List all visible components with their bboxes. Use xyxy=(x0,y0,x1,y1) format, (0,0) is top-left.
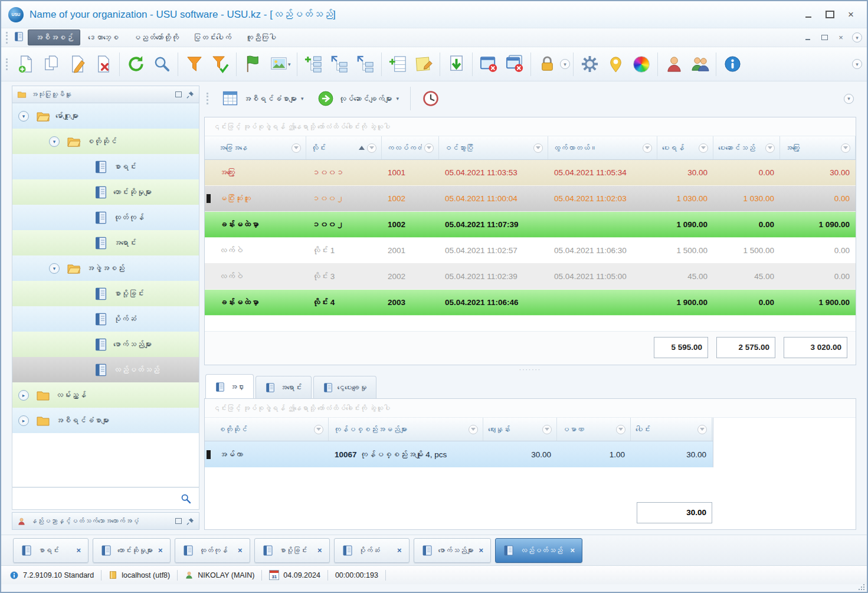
column-header-quantity[interactable]: ပမာဏ xyxy=(557,418,631,441)
tree-item-mailing[interactable]: စာပို့ခြင်း xyxy=(12,281,199,306)
window-tab-customers[interactable]: ဖောက်သည်များ× xyxy=(414,538,492,563)
image-dropdown-caret[interactable]: ▾ xyxy=(288,61,294,67)
column-header-store[interactable]: စတိုဆိုင် xyxy=(213,418,329,441)
copy-button[interactable] xyxy=(38,50,64,78)
refresh-button[interactable] xyxy=(123,50,149,78)
add-document-button[interactable] xyxy=(12,50,38,78)
column-header-to-pay[interactable]: ပေးရန် xyxy=(657,136,713,159)
filter-icon[interactable] xyxy=(367,143,376,153)
collapse-node-icon[interactable]: ▾ xyxy=(49,136,60,147)
tree-item-directories[interactable]: ▸ လမ်းညွှန် xyxy=(12,382,199,408)
filter-apply-button[interactable] xyxy=(207,50,233,78)
filter-icon[interactable] xyxy=(841,143,850,153)
tree-item-reports[interactable]: ▸ အစီရင်ခံစာများ xyxy=(12,408,199,433)
mdi-minimize-button[interactable] xyxy=(803,33,813,42)
window-tab-visits[interactable]: လည်ပတ်သည်× xyxy=(495,538,582,563)
filter-icon[interactable] xyxy=(424,143,434,153)
menu-item-modules[interactable]: ပညတ်တော်တို့ကို xyxy=(126,30,185,45)
close-tab-icon[interactable]: × xyxy=(158,546,163,555)
tab-sales[interactable]: အရောင်း xyxy=(256,376,312,398)
expand-node-icon[interactable]: ▸ xyxy=(18,390,29,401)
close-tab-icon[interactable]: × xyxy=(397,546,402,555)
note-button[interactable] xyxy=(411,50,437,78)
tree-item-money[interactable]: ပိုက်ဆံ xyxy=(12,306,199,332)
filter-icon[interactable] xyxy=(697,425,707,434)
delete-button[interactable] xyxy=(90,50,116,78)
column-header-paid[interactable]: ပေးဆောင်သည် xyxy=(713,136,780,159)
add-row-button[interactable] xyxy=(385,50,411,78)
close-all-windows-button[interactable] xyxy=(502,50,528,78)
tree-item-store[interactable]: ▾ စတိုဆိုင် xyxy=(12,129,199,154)
filter-icon[interactable] xyxy=(699,143,708,153)
colors-button[interactable] xyxy=(628,50,654,78)
tree-item-modules[interactable]: ▾ မော်ဂျူးများ xyxy=(12,103,199,129)
users-button[interactable] xyxy=(687,50,713,78)
tree-item-sales[interactable]: အရောင်း xyxy=(12,230,199,255)
table-row[interactable]: ခန်းမထဲမှာ ၁၀၀၂ 1002 05.04.2021 11:07:39… xyxy=(205,212,856,238)
filter-icon[interactable] xyxy=(616,425,625,434)
actionbar-overflow-button[interactable]: ▾ xyxy=(844,94,854,104)
filter-icon[interactable] xyxy=(291,143,301,153)
table-row[interactable]: လက်ဝဲ လိုင်း 1 2001 05.04.2021 11:02:57 … xyxy=(205,238,856,264)
toolbar-grip[interactable] xyxy=(6,58,9,70)
toolbar-overflow-button[interactable]: ▾ xyxy=(560,59,570,69)
minimize-button[interactable] xyxy=(800,8,817,21)
tree-item-organization[interactable]: ▾ အဖွဲ့အစည်း xyxy=(12,255,199,281)
filter-icon[interactable] xyxy=(469,425,478,434)
tree-item-registry[interactable]: စာရင်း xyxy=(12,154,199,179)
settings-button[interactable] xyxy=(577,50,602,78)
menu-item-help[interactable]: ကူညီကြပါ xyxy=(239,30,283,45)
window-tab-mailing[interactable]: စာပို့ခြင်း× xyxy=(254,538,330,563)
close-tab-icon[interactable]: × xyxy=(238,546,243,555)
menu-item-windows[interactable]: ပြတင်းပေါက် xyxy=(186,30,238,45)
search-icon[interactable] xyxy=(180,493,192,504)
resize-grip[interactable] xyxy=(863,589,864,590)
detail-group-by-drop-zone[interactable]: ၎င်းဖြင့် အုပ်စုဖွဲ့ရန် ဤနေရာသို့ ကော်လံ… xyxy=(205,399,856,418)
search-button[interactable] xyxy=(149,50,175,78)
column-header-product[interactable]: ကုန်ပစ္စည်းအမည်များ xyxy=(329,418,483,441)
column-header-line[interactable]: လိုင်း xyxy=(306,136,382,159)
menu-item-program[interactable]: အစီအစဉ် xyxy=(28,30,80,45)
column-header-total[interactable]: ပေါင်း xyxy=(631,418,712,441)
tab-rental[interactable]: အငှား xyxy=(205,374,254,399)
sidebar-float-button[interactable] xyxy=(175,91,182,97)
toolbar-right-overflow-button[interactable]: ▾ xyxy=(852,59,862,69)
info-button[interactable] xyxy=(719,50,745,78)
close-tab-icon[interactable]: × xyxy=(571,546,575,555)
maximize-button[interactable] xyxy=(821,8,838,21)
window-tab-registry[interactable]: စာရင်း× xyxy=(13,538,89,563)
close-tab-icon[interactable]: × xyxy=(76,546,81,555)
support-panel-header[interactable]: နည်းပညာနှင့်ပတ်သက်သောအထောက်အပံ့ xyxy=(12,512,199,530)
expand-node-icon[interactable]: ▸ xyxy=(18,415,29,426)
mdi-close-button[interactable]: × xyxy=(836,33,846,42)
filter-icon[interactable] xyxy=(643,143,652,153)
tree-add-button[interactable] xyxy=(300,50,326,78)
detail-row-selected[interactable]: အမ်ကာ 10067ကုန်ပစ္စည်းအမျိုး 4, pcs 30.0… xyxy=(205,441,713,467)
lock-button[interactable] xyxy=(534,50,560,78)
tree-item-customers[interactable]: ဖောက်သည်များ xyxy=(12,332,199,357)
filter-icon[interactable] xyxy=(765,143,775,153)
filter-icon[interactable] xyxy=(533,143,543,153)
schedule-button[interactable] xyxy=(417,87,444,110)
close-tab-icon[interactable]: × xyxy=(479,546,484,555)
table-row[interactable]: အကြွေး ၁၀၀၁ 1001 05.04.2021 11:03:53 05.… xyxy=(205,160,856,186)
collapse-node-icon[interactable]: ▾ xyxy=(49,263,60,274)
tree-item-products[interactable]: ထုတ်ကုန် xyxy=(12,205,199,230)
column-header-card[interactable]: ကလပ်ကတ် xyxy=(382,136,439,159)
menubar-overflow-button[interactable]: ▾ xyxy=(852,32,862,42)
location-button[interactable] xyxy=(602,50,628,78)
menu-item-database[interactable]: ဒေတာဘေ့စ xyxy=(81,30,125,45)
close-window-button[interactable] xyxy=(476,50,502,78)
close-button[interactable]: × xyxy=(842,8,860,21)
table-row-selected[interactable]: မပြီးဆုံးဘူး ၁၀၀၂ 1002 05.04.2021 11:00:… xyxy=(205,186,856,212)
tree-search-bar[interactable] xyxy=(12,487,199,510)
window-tab-products[interactable]: ထုတ်ကုန်× xyxy=(175,538,250,563)
close-tab-icon[interactable]: × xyxy=(317,546,322,555)
tree-collapse-button[interactable] xyxy=(352,50,378,78)
pin-icon[interactable] xyxy=(186,517,194,525)
window-tab-requests[interactable]: တောင်းဆိုမှုများ× xyxy=(93,538,171,563)
tab-payments[interactable]: ငွေပေးချေမှု xyxy=(313,376,376,398)
filter-icon[interactable] xyxy=(314,425,323,434)
flag-button[interactable] xyxy=(240,50,266,78)
actionbar-grip[interactable] xyxy=(207,93,209,104)
